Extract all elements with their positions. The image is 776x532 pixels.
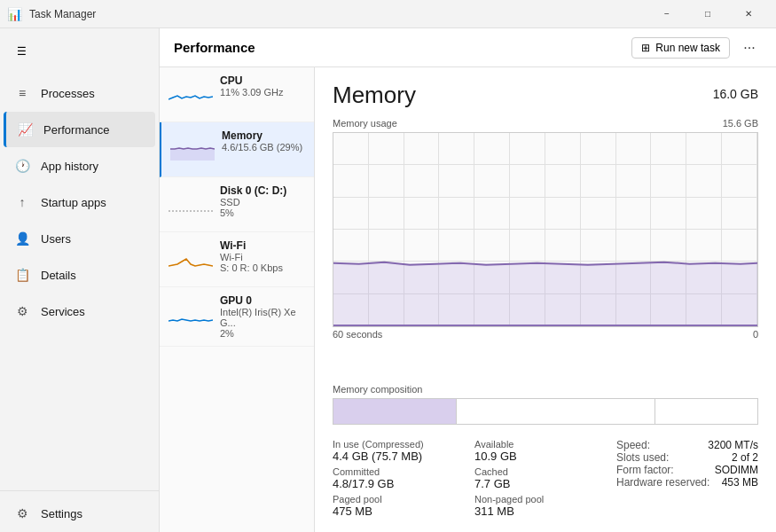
stat-value: 475 MB bbox=[333, 505, 460, 518]
content-area: CPU 11% 3.09 GHz Memory 4.6/15.6 GB (29%… bbox=[160, 67, 776, 532]
stat-item: Cached7.7 GB bbox=[474, 466, 602, 490]
sidebar-item-services[interactable]: ⚙ Services bbox=[4, 293, 155, 329]
stat-row-label: Speed: bbox=[616, 439, 650, 451]
users-icon: 👤 bbox=[14, 231, 30, 246]
detail-header: Memory 16.0 GB bbox=[333, 82, 758, 109]
stat-row-label: Form factor: bbox=[616, 464, 674, 476]
app-icon: 📊 bbox=[7, 7, 22, 21]
device-item-gpu0[interactable]: GPU 0 Intel(R) Iris(R) Xe G... 2% bbox=[160, 287, 314, 347]
sidebar-item-performance-label: Performance bbox=[43, 123, 109, 137]
composition-bar bbox=[333, 398, 758, 425]
main-header: Performance ⊞ Run new task ··· bbox=[160, 28, 776, 67]
stat-item: Committed4.8/17.9 GB bbox=[333, 466, 460, 490]
sidebar-item-users[interactable]: 👤 Users bbox=[4, 221, 155, 256]
svg-marker-0 bbox=[170, 148, 215, 160]
stat-label: Cached bbox=[474, 466, 602, 477]
device-item-disk0[interactable]: Disk 0 (C: D:) SSD 5% bbox=[160, 177, 314, 232]
minimize-button[interactable]: − bbox=[647, 0, 687, 28]
close-button[interactable]: ✕ bbox=[728, 0, 769, 28]
comp-available bbox=[457, 399, 656, 424]
sidebar-item-processes-label: Processes bbox=[41, 87, 95, 100]
device-sub-cpu: 11% 3.09 GHz bbox=[220, 87, 305, 98]
stat-row-value: 2 of 2 bbox=[732, 451, 758, 464]
chart-label-bottom: 60 seconds 0 bbox=[333, 329, 758, 340]
sidebar-item-details[interactable]: 📋 Details bbox=[4, 257, 155, 293]
comp-in-use bbox=[333, 399, 457, 424]
chart-label-top: Memory usage 15.6 GB bbox=[333, 118, 758, 129]
stat-row-value: 3200 MT/s bbox=[708, 439, 758, 451]
sidebar-item-settings[interactable]: ⚙ Settings bbox=[4, 496, 155, 531]
device-info-gpu0: GPU 0 Intel(R) Iris(R) Xe G... 2% bbox=[220, 294, 305, 339]
main-header-title: Performance bbox=[174, 40, 631, 55]
chart-usage-label: Memory usage bbox=[333, 118, 397, 129]
device-mini-chart-cpu bbox=[169, 74, 213, 106]
device-mini-chart-memory bbox=[170, 129, 215, 160]
device-item-memory[interactable]: Memory 4.6/15.6 GB (29%) bbox=[160, 122, 314, 177]
more-options-button[interactable]: ··· bbox=[737, 35, 762, 60]
hamburger-icon: ☰ bbox=[17, 45, 27, 58]
device-item-wifi[interactable]: Wi-Fi Wi-Fi S: 0 R: 0 Kbps bbox=[160, 232, 314, 287]
performance-icon: 📈 bbox=[17, 121, 33, 137]
stats-grid: In use (Compressed)4.4 GB (75.7 MB)Avail… bbox=[333, 439, 602, 518]
sidebar-item-users-label: Users bbox=[41, 232, 71, 246]
startup-apps-icon: ↑ bbox=[14, 194, 30, 210]
stat-value: 311 MB bbox=[474, 505, 602, 518]
app-layout: ☰ ≡ Processes 📈 Performance 🕐 App histor… bbox=[0, 28, 776, 532]
stat-row-label: Slots used: bbox=[616, 451, 669, 464]
header-actions: ⊞ Run new task ··· bbox=[631, 35, 762, 60]
processes-icon: ≡ bbox=[14, 85, 30, 101]
stats-left: In use (Compressed)4.4 GB (75.7 MB)Avail… bbox=[333, 439, 602, 518]
device-name-wifi: Wi-Fi bbox=[220, 239, 305, 252]
device-val-gpu0: 2% bbox=[220, 328, 305, 339]
stat-value: 10.9 GB bbox=[474, 450, 602, 463]
device-sub-wifi: Wi-Fi bbox=[220, 252, 305, 262]
device-sub-gpu0: Intel(R) Iris(R) Xe G... bbox=[220, 307, 305, 328]
stat-label: Paged pool bbox=[333, 494, 460, 505]
sidebar-item-performance[interactable]: 📈 Performance bbox=[4, 112, 155, 147]
device-sub-memory: 4.6/15.6 GB (29%) bbox=[222, 142, 305, 153]
stat-row: Hardware reserved: 453 MB bbox=[616, 476, 758, 489]
sidebar-item-app-history-label: App history bbox=[41, 160, 98, 173]
device-item-cpu[interactable]: CPU 11% 3.09 GHz bbox=[160, 67, 314, 122]
chart-time-start: 60 seconds bbox=[333, 329, 382, 340]
stat-label: Committed bbox=[333, 466, 460, 477]
menu-button[interactable]: ☰ bbox=[4, 35, 39, 67]
sidebar-item-settings-label: Settings bbox=[41, 507, 82, 520]
device-mini-chart-disk0 bbox=[169, 184, 213, 215]
settings-icon: ⚙ bbox=[14, 505, 30, 521]
svg-marker-1 bbox=[333, 262, 757, 326]
sidebar-item-processes[interactable]: ≡ Processes bbox=[4, 75, 155, 111]
sidebar-item-startup-apps-label: Startup apps bbox=[41, 196, 106, 209]
more-icon: ··· bbox=[743, 40, 755, 56]
stat-row-value: 453 MB bbox=[722, 476, 758, 489]
device-val-disk0: 5% bbox=[220, 207, 305, 218]
sidebar-item-startup-apps[interactable]: ↑ Startup apps bbox=[4, 184, 155, 220]
sidebar-item-services-label: Services bbox=[41, 305, 85, 318]
stat-row-value: SODIMM bbox=[715, 464, 758, 476]
chart-time-end: 0 bbox=[753, 329, 758, 340]
run-task-label: Run new task bbox=[655, 42, 720, 54]
sidebar-bottom: ⚙ Settings bbox=[0, 490, 159, 532]
device-info-disk0: Disk 0 (C: D:) SSD 5% bbox=[220, 184, 305, 218]
window-controls: − □ ✕ bbox=[647, 0, 769, 28]
device-name-cpu: CPU bbox=[220, 74, 305, 87]
titlebar: 📊 Task Manager − □ ✕ bbox=[0, 0, 776, 28]
sidebar-item-details-label: Details bbox=[41, 269, 76, 282]
details-icon: 📋 bbox=[14, 267, 30, 283]
chart-section: Memory usage 15.6 GB // Grid cells will … bbox=[333, 118, 758, 377]
stat-item: In use (Compressed)4.4 GB (75.7 MB) bbox=[333, 439, 460, 463]
sidebar-nav: ≡ Processes 📈 Performance 🕐 App history … bbox=[0, 74, 159, 330]
stat-label: Available bbox=[474, 439, 602, 450]
sidebar-item-app-history[interactable]: 🕐 App history bbox=[4, 148, 155, 184]
chart-area: // Grid cells will be injected below bbox=[333, 132, 758, 327]
stat-row: Slots used: 2 of 2 bbox=[616, 451, 758, 464]
stat-value: 4.4 GB (75.7 MB) bbox=[333, 450, 460, 463]
device-info-wifi: Wi-Fi Wi-Fi S: 0 R: 0 Kbps bbox=[220, 239, 305, 273]
stat-value: 4.8/17.9 GB bbox=[333, 477, 460, 490]
stat-item: Paged pool475 MB bbox=[333, 494, 460, 518]
sidebar: ☰ ≡ Processes 📈 Performance 🕐 App histor… bbox=[0, 28, 160, 532]
run-new-task-button[interactable]: ⊞ Run new task bbox=[631, 37, 730, 59]
device-sub-disk0: SSD bbox=[220, 197, 305, 207]
maximize-button[interactable]: □ bbox=[687, 0, 728, 28]
device-name-disk0: Disk 0 (C: D:) bbox=[220, 184, 305, 197]
